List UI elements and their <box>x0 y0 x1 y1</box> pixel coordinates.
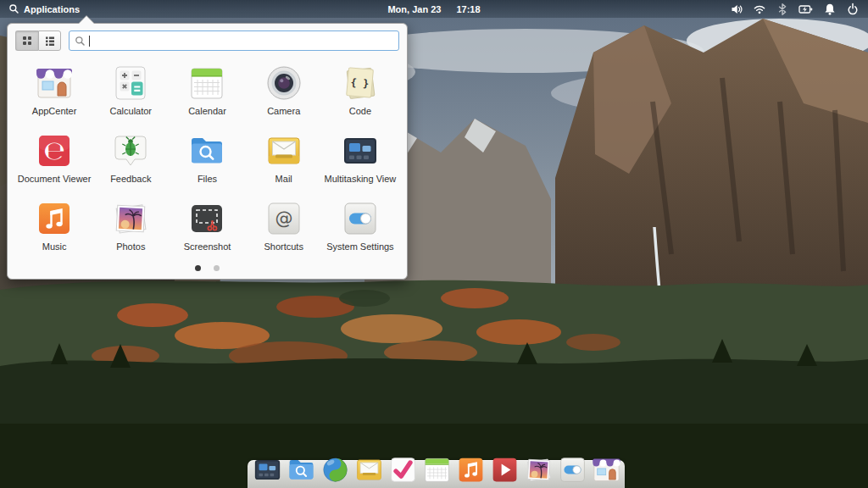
dock-item-multitasking-view[interactable] <box>252 454 283 485</box>
document-viewer-icon <box>34 130 75 171</box>
page-dot-2[interactable] <box>214 265 220 271</box>
dock-item-mail[interactable] <box>353 454 385 485</box>
desktop: { } ℮ <box>0 0 868 488</box>
screenshot-icon <box>186 198 227 239</box>
dock-item-web-browser[interactable] <box>320 454 351 485</box>
grid-view-icon <box>21 35 33 47</box>
photos-icon <box>110 198 151 239</box>
tasks-icon <box>387 454 419 485</box>
search-input[interactable] <box>93 31 393 50</box>
appcenter-icon <box>34 63 75 103</box>
files-icon <box>186 130 227 171</box>
calendar-icon <box>421 454 453 485</box>
dock-items <box>252 454 622 485</box>
web-browser-icon <box>320 454 351 485</box>
music-icon <box>455 454 487 485</box>
battery-charging-icon[interactable] <box>798 3 814 16</box>
page-dot-1[interactable] <box>195 265 201 271</box>
search-icon <box>8 3 19 14</box>
calculator-icon <box>110 63 151 103</box>
app-label: Calculator <box>110 106 153 116</box>
top-panel: Applications Mon, Jan 23 17:18 <box>0 0 868 18</box>
app-label: Music <box>42 241 67 252</box>
app-item-document-viewer[interactable]: Document Viewer <box>16 125 92 193</box>
multitasking-view-icon <box>340 130 381 171</box>
app-label: System Settings <box>326 241 393 252</box>
bluetooth-icon[interactable] <box>776 3 789 16</box>
multitasking-view-icon <box>252 454 283 485</box>
mail-icon <box>353 454 385 485</box>
app-grid: AppCenter Calculator Calendar Camera Cod… <box>8 54 407 261</box>
list-view-button[interactable] <box>38 30 61 51</box>
search-field <box>69 30 399 51</box>
applications-launcher: AppCenter Calculator Calendar Camera Cod… <box>7 23 408 280</box>
app-item-code[interactable]: Code <box>322 58 398 125</box>
app-item-camera[interactable]: Camera <box>246 58 322 125</box>
photos-icon <box>523 454 554 485</box>
app-label: Mail <box>275 174 292 184</box>
app-item-files[interactable]: Files <box>169 125 245 193</box>
dock-item-music[interactable] <box>455 454 487 485</box>
videos-icon <box>489 454 520 485</box>
app-label: Calendar <box>188 106 226 116</box>
app-label: Document Viewer <box>18 174 92 184</box>
app-item-screenshot[interactable]: Screenshot <box>169 193 245 261</box>
app-item-feedback[interactable]: Feedback <box>92 125 169 193</box>
app-item-shortcuts[interactable]: Shortcuts <box>246 193 322 261</box>
app-label: Camera <box>267 106 300 116</box>
app-label: Feedback <box>110 174 151 184</box>
dock-item-calendar[interactable] <box>421 454 453 485</box>
appcenter-icon <box>591 454 622 485</box>
feedback-icon <box>110 130 151 171</box>
app-label: AppCenter <box>32 106 77 116</box>
app-item-multitasking-view[interactable]: Multitasking View <box>322 125 398 193</box>
app-item-system-settings[interactable]: System Settings <box>322 193 398 261</box>
shortcuts-icon <box>264 198 304 239</box>
app-item-photos[interactable]: Photos <box>92 193 169 261</box>
panel-date: Mon, Jan 23 <box>387 4 441 14</box>
app-item-mail[interactable]: Mail <box>246 125 322 193</box>
dock-item-photos[interactable] <box>523 454 554 485</box>
app-label: Photos <box>116 241 145 252</box>
view-toggle <box>15 30 61 51</box>
files-icon <box>286 454 317 485</box>
panel-time: 17:18 <box>456 4 480 14</box>
power-icon[interactable] <box>846 3 860 16</box>
dock-item-appcenter[interactable] <box>591 454 622 485</box>
launcher-header <box>8 24 407 54</box>
notifications-icon[interactable] <box>823 3 837 16</box>
volume-icon[interactable] <box>730 3 743 16</box>
app-label: Multitasking View <box>325 174 397 184</box>
panel-indicators <box>730 0 863 18</box>
page-dots <box>8 265 407 271</box>
camera-icon <box>264 63 304 103</box>
app-label: Screenshot <box>184 241 231 252</box>
list-view-icon <box>44 35 56 47</box>
app-item-calculator[interactable]: Calculator <box>92 58 169 125</box>
calendar-icon <box>186 63 227 103</box>
system-settings-icon <box>340 198 381 239</box>
app-label: Files <box>198 174 217 184</box>
dock-item-files[interactable] <box>286 454 317 485</box>
dock-item-system-settings[interactable] <box>557 454 588 485</box>
app-item-calendar[interactable]: Calendar <box>169 58 245 125</box>
grid-view-button[interactable] <box>15 30 38 51</box>
applications-label: Applications <box>24 4 80 14</box>
app-label: Code <box>349 106 371 116</box>
dock-item-videos[interactable] <box>489 454 520 485</box>
system-settings-icon <box>557 454 588 485</box>
wifi-icon[interactable] <box>753 3 766 16</box>
dock-item-tasks[interactable] <box>387 454 419 485</box>
applications-menu-button[interactable]: Applications <box>0 0 88 18</box>
search-icon <box>75 36 86 47</box>
datetime-indicator[interactable]: Mon, Jan 23 17:18 <box>387 0 480 18</box>
app-item-music[interactable]: Music <box>16 193 92 261</box>
app-item-appcenter[interactable]: AppCenter <box>16 58 92 125</box>
music-icon <box>34 198 75 239</box>
app-label: Shortcuts <box>264 241 303 252</box>
code-icon <box>340 63 381 103</box>
text-caret <box>89 36 90 47</box>
mail-icon <box>264 130 304 171</box>
